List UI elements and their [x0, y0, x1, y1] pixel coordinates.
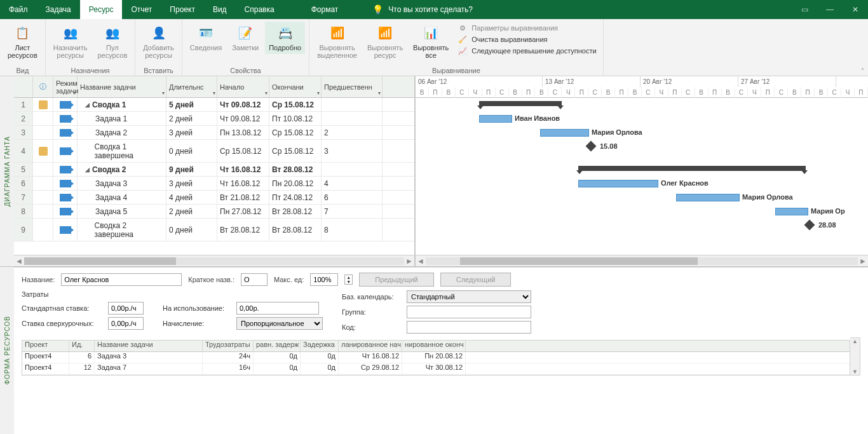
- day-header: В: [416, 87, 429, 98]
- grid-col[interactable]: Задержка: [301, 341, 339, 351]
- dropdown-icon[interactable]: ▾: [213, 90, 215, 96]
- scroll-left-icon[interactable]: ◄: [416, 257, 426, 266]
- add-resources-button[interactable]: 👤Добавить ресурсы: [139, 22, 178, 62]
- col-rownum[interactable]: [14, 76, 33, 97]
- max-units-input[interactable]: [310, 273, 338, 286]
- collapse-ribbon-icon[interactable]: ˄: [861, 67, 864, 74]
- table-row[interactable]: 5◢Сводка 29 днейЧт 16.08.12Вт 28.08.12: [14, 163, 414, 177]
- col-pred[interactable]: Предшественн▾: [322, 76, 383, 97]
- table-row[interactable]: 6Задача 33 днейЧт 16.08.12Пн 20.08.124: [14, 177, 414, 191]
- col-end[interactable]: Окончани▾: [269, 76, 322, 97]
- tab-report[interactable]: Отчет: [122, 0, 161, 19]
- notes-icon: 📝: [236, 24, 255, 42]
- level-selection-button[interactable]: 📶Выровнять выделенное: [313, 22, 361, 62]
- day-header: С: [828, 87, 841, 98]
- dropdown-icon[interactable]: ▾: [265, 90, 268, 96]
- grid-col[interactable]: нированное оконч: [402, 341, 466, 351]
- level-options-button[interactable]: ⚙Параметры выравнивания: [458, 23, 596, 33]
- dropdown-icon[interactable]: ▾: [162, 90, 165, 96]
- peruse-input[interactable]: [236, 302, 319, 315]
- spin-down-icon[interactable]: ▼: [345, 280, 352, 284]
- clear-leveling-button[interactable]: 🧹Очистка выравнивания: [458, 34, 596, 44]
- group-input[interactable]: [407, 306, 531, 318]
- std-rate-input[interactable]: [108, 302, 144, 315]
- assignment-grid-body[interactable]: Проект46Задача 324ч0д0дЧт 16.08.12Пн 20.…: [22, 352, 850, 375]
- col-mode[interactable]: Режим задачи▾: [53, 76, 78, 97]
- table-row[interactable]: 2Задача 12 днейЧт 09.08.12Пт 10.08.12: [14, 112, 414, 126]
- tab-format[interactable]: Формат: [302, 0, 348, 19]
- dropdown-icon[interactable]: ▾: [317, 90, 320, 96]
- details-button[interactable]: 📇Подробно: [265, 22, 305, 54]
- next-overallocation-button[interactable]: 📈Следующее превышение доступности: [458, 46, 596, 56]
- tab-project[interactable]: Проект: [161, 0, 204, 19]
- info-button[interactable]: 🪪Сведения: [186, 22, 226, 54]
- grid-col[interactable]: Название задачи: [95, 341, 203, 351]
- col-duration[interactable]: Длительнс▾: [166, 76, 217, 97]
- level-resource-button[interactable]: 📶Выровнять ресурс: [363, 22, 407, 62]
- scroll-right-icon[interactable]: ►: [404, 257, 414, 266]
- grid-col[interactable]: равн. задерж: [254, 341, 301, 351]
- resource-sheet-button[interactable]: 📋 Лист ресурсов: [4, 22, 41, 62]
- task-bar[interactable]: [540, 129, 589, 137]
- task-table-body[interactable]: 1◢Сводка 15 днейЧт 09.08.12Ср 15.08.122З…: [14, 98, 414, 255]
- grid-row[interactable]: Проект46Задача 324ч0д0дЧт 16.08.12Пн 20.…: [22, 352, 850, 363]
- calendar-select[interactable]: Стандартный: [407, 290, 531, 303]
- day-header: С: [456, 87, 469, 98]
- scroll-down-icon[interactable]: ▼: [852, 369, 858, 375]
- gantt-body[interactable]: Иван Иванов Мария Орлова 15.08 Олег Крас…: [416, 98, 868, 255]
- resource-pool-button[interactable]: 👥Пул ресурсов: [93, 22, 131, 62]
- tab-view[interactable]: Вид: [204, 0, 236, 19]
- day-header: Ч: [841, 87, 855, 98]
- tab-file[interactable]: Файл: [0, 0, 37, 19]
- notes-button[interactable]: 📝Заметки: [228, 22, 262, 54]
- spin-up-icon[interactable]: ▲: [345, 275, 352, 280]
- tab-help[interactable]: Справка: [236, 0, 283, 19]
- tell-me[interactable]: 💡 Что вы хотите сделать?: [366, 0, 479, 19]
- milestone[interactable]: [804, 220, 815, 231]
- grid-col[interactable]: Проект: [22, 341, 69, 351]
- task-bar[interactable]: [676, 194, 740, 201]
- level-all-button[interactable]: 📊Выровнять все: [409, 22, 452, 62]
- resource-initials-input[interactable]: [241, 273, 268, 286]
- grid-col[interactable]: Трудозатраты: [203, 341, 254, 351]
- close-icon[interactable]: ✕: [843, 0, 868, 19]
- code-input[interactable]: [407, 321, 531, 334]
- gantt-weeks: 06 Авг '1213 Авг '1220 Авг '1227 Авг '12: [416, 76, 868, 87]
- level-sel-icon: 📶: [328, 24, 347, 42]
- previous-button[interactable]: Предыдущий: [359, 273, 433, 287]
- scroll-left-icon[interactable]: ◄: [14, 257, 24, 266]
- task-bar[interactable]: [775, 208, 808, 215]
- col-name[interactable]: Название задачи▾: [78, 76, 166, 97]
- next-button[interactable]: Следующий: [440, 273, 512, 287]
- table-row[interactable]: 3Задача 23 днейПн 13.08.12Ср 15.08.122: [14, 126, 414, 140]
- assign-resources-button[interactable]: 👥Назначить ресурсы: [50, 22, 92, 62]
- dropdown-icon[interactable]: ▾: [378, 90, 381, 96]
- col-indicator[interactable]: ⓘ: [33, 76, 53, 97]
- table-row[interactable]: 8Задача 52 днейПн 27.08.12Вт 28.08.127: [14, 205, 414, 219]
- scroll-up-icon[interactable]: ▲: [852, 338, 858, 344]
- day-header: С: [588, 87, 602, 98]
- grid-col[interactable]: ланированное нач: [339, 341, 402, 351]
- col-start[interactable]: Начало▾: [217, 76, 269, 97]
- table-row[interactable]: 1◢Сводка 15 днейЧт 09.08.12Ср 15.08.12: [14, 98, 414, 112]
- ribbon-mode-icon[interactable]: ▭: [792, 0, 817, 19]
- task-hscroll[interactable]: ◄ ►: [14, 255, 414, 266]
- dropdown-icon[interactable]: ▾: [73, 90, 76, 96]
- milestone[interactable]: [586, 141, 597, 152]
- task-bar[interactable]: [479, 115, 512, 123]
- scroll-right-icon[interactable]: ►: [858, 257, 868, 266]
- grid-col[interactable]: Ид.: [69, 341, 95, 351]
- table-row[interactable]: 4Сводка 1 завершена0 днейСр 15.08.12Ср 1…: [14, 140, 414, 163]
- ovt-rate-input[interactable]: [108, 317, 144, 330]
- table-row[interactable]: 7Задача 44 днейВт 21.08.12Пт 24.08.126: [14, 191, 414, 205]
- tab-task[interactable]: Задача: [37, 0, 80, 19]
- table-row[interactable]: 9Сводка 2 завершена0 днейВт 28.08.12Вт 2…: [14, 219, 414, 241]
- grid-row[interactable]: Проект412Задача 716ч0д0дСр 29.08.12Чт 30…: [22, 363, 850, 375]
- task-bar[interactable]: [578, 180, 658, 187]
- accrual-select[interactable]: Пропорциональное: [236, 317, 323, 330]
- gantt-hscroll[interactable]: ◄ ►: [416, 255, 868, 266]
- resource-name-input[interactable]: [61, 273, 182, 286]
- tab-resource[interactable]: Ресурс: [80, 0, 123, 19]
- task-mode-icon: [60, 180, 71, 187]
- minimize-icon[interactable]: —: [817, 0, 843, 19]
